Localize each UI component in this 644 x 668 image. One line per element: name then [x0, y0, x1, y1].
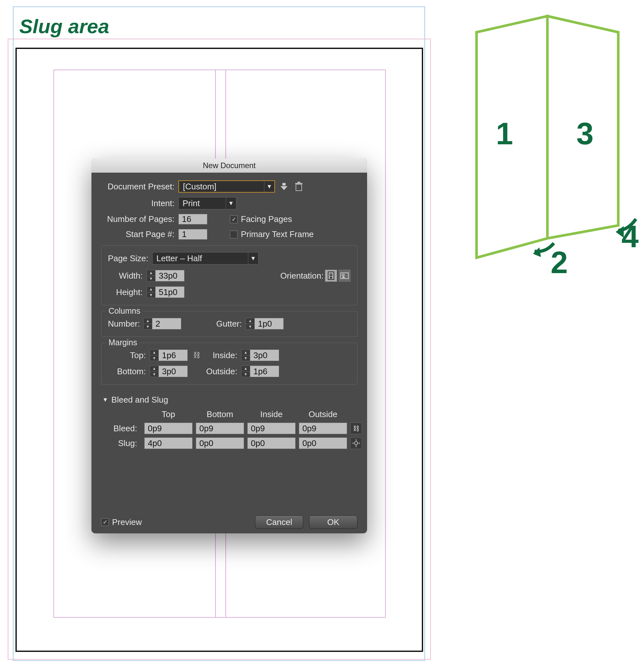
margin-outside-input[interactable]: ▲▼ 1p6 [241, 366, 279, 377]
dialog-title: New Document [91, 158, 367, 173]
fold-diagram: 1 3 2 4 [457, 13, 638, 277]
pages-label: Number of Pages: [101, 214, 179, 224]
new-document-dialog: New Document Document Preset: [Custom] ▼… [91, 158, 367, 533]
preset-value: [Custom] [179, 182, 264, 192]
bleed-slug-title: Bleed and Slug [111, 395, 168, 405]
fold-number-1: 1 [496, 116, 513, 151]
header-outside: Outside [299, 409, 347, 419]
svg-rect-2 [295, 183, 302, 184]
primary-text-frame-checkbox[interactable]: Primary Text Frame [230, 229, 313, 239]
margin-inside-input[interactable]: ▲▼ 3p0 [241, 349, 279, 361]
intent-label: Intent: [101, 198, 179, 208]
ok-button[interactable]: OK [309, 515, 357, 529]
gutter-label: Gutter: [214, 319, 246, 329]
orientation-portrait-icon[interactable] [325, 270, 337, 282]
margin-bottom-input[interactable]: ▲▼ 3p0 [150, 366, 188, 377]
orientation-landscape-icon[interactable] [338, 270, 351, 282]
primary-text-frame-label: Primary Text Frame [241, 229, 313, 239]
pages-input[interactable]: 16 [179, 214, 208, 225]
svg-rect-3 [297, 182, 300, 183]
fold-number-2: 2 [551, 245, 568, 280]
disclosure-triangle-icon[interactable]: ▼ [103, 396, 108, 403]
slug-area-label: Slug area [19, 15, 109, 38]
svg-rect-1 [296, 184, 302, 191]
chevron-down-icon: ▼ [226, 197, 236, 209]
bleed-inside-input[interactable]: 0p9 [247, 423, 296, 434]
width-label: Width: [108, 271, 147, 281]
start-page-label: Start Page #: [101, 229, 179, 239]
link-margins-icon[interactable]: ⛓ [193, 351, 200, 360]
orientation-label: Orientation: [280, 271, 324, 281]
bleed-row-label: Bleed: [103, 424, 141, 434]
header-top: Top [144, 409, 193, 419]
page-size-select[interactable]: Letter – Half ▼ [152, 252, 259, 264]
svg-point-7 [342, 274, 344, 276]
delete-preset-icon[interactable] [293, 181, 305, 192]
preview-checkbox[interactable]: ✓ Preview [101, 517, 142, 527]
margin-bottom-label: Bottom: [108, 366, 150, 377]
slug-row-label: Slug: [103, 438, 141, 448]
columns-group: Columns Number: ▲▼ 2 Gutter: ▲▼ 1p0 [101, 311, 357, 337]
columns-number-input[interactable]: ▲▼ 2 [143, 318, 181, 330]
columns-number-label: Number: [108, 319, 143, 329]
link-bleed-icon[interactable]: ⛓ [350, 423, 362, 434]
margin-top-label: Top: [108, 350, 150, 360]
columns-title: Columns [106, 306, 143, 316]
slug-inside-input[interactable]: 0p0 [247, 437, 296, 449]
svg-point-5 [330, 274, 332, 276]
height-label: Height: [108, 287, 147, 297]
margin-inside-label: Inside: [206, 350, 241, 360]
slug-outside-input[interactable]: 0p0 [299, 437, 347, 449]
margins-group: Margins Top: ▲▼ 1p6 ⛓ Inside: ▲▼ 3p0 [101, 343, 357, 384]
facing-pages-label: Facing Pages [241, 214, 292, 224]
svg-marker-15 [533, 247, 541, 257]
save-preset-icon[interactable] [278, 181, 290, 192]
preview-label: Preview [112, 517, 142, 527]
fold-number-4: 4 [622, 219, 639, 255]
chevron-down-icon: ▼ [264, 181, 274, 192]
svg-rect-0 [282, 183, 286, 185]
margin-outside-label: Outside: [206, 366, 241, 377]
link-slug-icon[interactable] [350, 437, 362, 449]
slug-top-input[interactable]: 4p0 [144, 437, 193, 449]
start-page-input[interactable]: 1 [179, 229, 208, 240]
slug-bottom-input[interactable]: 0p0 [196, 437, 244, 449]
margins-title: Margins [106, 338, 140, 347]
svg-point-8 [354, 442, 358, 445]
intent-value: Print [179, 198, 226, 208]
width-input[interactable]: ▲▼ 33p0 [147, 270, 184, 282]
gutter-input[interactable]: ▲▼ 1p0 [246, 318, 284, 330]
fold-number-3: 3 [577, 116, 594, 151]
preset-label: Document Preset: [101, 182, 179, 192]
height-input[interactable]: ▲▼ 51p0 [147, 286, 184, 298]
margin-top-input[interactable]: ▲▼ 1p6 [150, 349, 188, 361]
bleed-slug-group: ▼ Bleed and Slug Top Bottom Inside Outsi… [101, 390, 357, 449]
page-size-label: Page Size: [108, 254, 149, 263]
facing-pages-checkbox[interactable]: ✓ Facing Pages [230, 214, 292, 224]
bleed-bottom-input[interactable]: 0p9 [196, 423, 244, 434]
chevron-down-icon: ▼ [248, 253, 258, 264]
page-size-value: Letter – Half [153, 254, 248, 263]
cancel-button[interactable]: Cancel [255, 515, 303, 529]
bleed-top-input[interactable]: 0p9 [144, 423, 193, 434]
page-size-group: Page Size: Letter – Half ▼ Width: ▲▼ 33p… [101, 245, 357, 305]
intent-select[interactable]: Print ▼ [179, 197, 236, 209]
preset-select[interactable]: [Custom] ▼ [179, 180, 275, 193]
header-bottom: Bottom [196, 409, 244, 419]
bleed-outside-input[interactable]: 0p9 [299, 423, 347, 434]
header-inside: Inside [247, 409, 296, 419]
